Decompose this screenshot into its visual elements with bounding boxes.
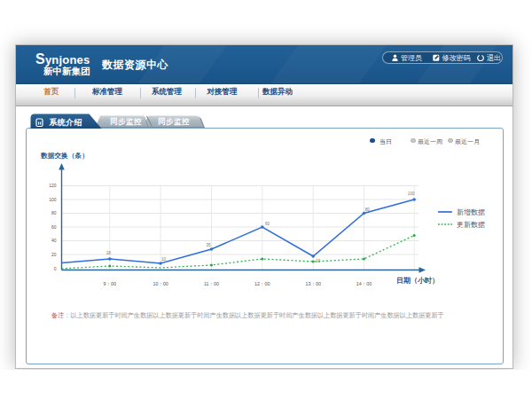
svg-text:10：00: 10：00 (153, 281, 168, 286)
svg-text:20: 20 (51, 252, 57, 257)
svg-text:系统介绍: 系统介绍 (49, 118, 82, 127)
svg-text:10: 10 (161, 257, 167, 262)
svg-text:13：00: 13：00 (306, 281, 321, 286)
svg-text:9：00: 9：00 (104, 281, 116, 286)
svg-text:100: 100 (49, 197, 57, 202)
svg-text:60: 60 (51, 224, 57, 230)
svg-text:10: 10 (316, 259, 321, 263)
svg-text:40: 40 (51, 238, 57, 243)
svg-text:14：00: 14：00 (356, 281, 372, 286)
svg-text:12：00: 12：00 (254, 281, 270, 286)
svg-text:同步监控: 同步监控 (158, 117, 190, 126)
svg-text:80: 80 (365, 207, 371, 212)
svg-text:80: 80 (51, 210, 57, 215)
svg-text:11：00: 11：00 (204, 281, 219, 286)
svg-text:120: 120 (49, 183, 57, 188)
svg-text:100: 100 (408, 192, 415, 196)
svg-text:35: 35 (206, 243, 211, 247)
svg-text:0: 0 (54, 266, 57, 271)
svg-text:60: 60 (265, 222, 270, 226)
svg-text:同步监控: 同步监控 (110, 117, 142, 126)
svg-text:18: 18 (106, 251, 112, 255)
